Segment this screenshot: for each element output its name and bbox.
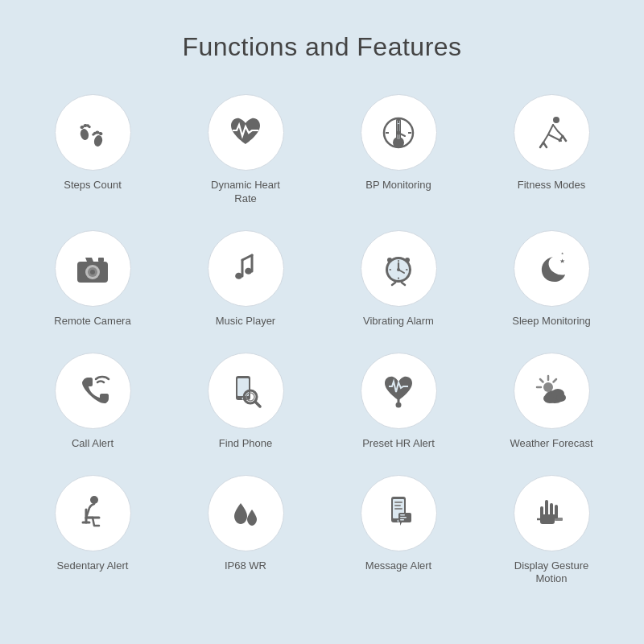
svg-point-37: [387, 258, 392, 262]
preset-hr-alert-icon: [378, 369, 419, 411]
svg-rect-51: [237, 378, 249, 396]
svg-line-64: [554, 379, 557, 382]
svg-point-21: [397, 130, 401, 134]
weather-forecast-label: Weather Forecast: [510, 437, 592, 451]
features-grid: Steps Count Dynamic Heart Rate: [16, 86, 628, 594]
ip68-wr-label: IP68 WR: [225, 559, 266, 573]
fitness-modes-label: Fitness Modes: [518, 179, 586, 192]
feature-steps-count: Steps Count: [16, 86, 169, 214]
svg-line-54: [255, 402, 260, 407]
svg-rect-31: [98, 258, 104, 262]
svg-marker-49: [561, 253, 564, 255]
vibrating-alarm-icon-circle: [361, 230, 437, 307]
vibrating-alarm-label: Vibrating Alarm: [363, 315, 434, 328]
find-phone-label: Find Phone: [219, 437, 273, 451]
fitness-modes-icon-circle: [514, 94, 590, 171]
dynamic-heart-rate-icon: [225, 112, 266, 154]
svg-line-26: [559, 136, 563, 141]
feature-preset-hr-alert: Preset HR Alert: [322, 345, 475, 459]
sleep-monitoring-label: Sleep Monitoring: [512, 315, 591, 328]
display-gesture-motion-icon-circle: [514, 475, 590, 551]
feature-ip68-wr: IP68 WR: [169, 467, 322, 595]
message-alert-icon: [378, 492, 419, 534]
feature-fitness-modes: Fitness Modes: [475, 86, 628, 214]
feature-message-alert: Message Alert: [322, 467, 475, 595]
sleep-monitoring-icon: [530, 247, 572, 289]
svg-rect-82: [400, 517, 407, 518]
sleep-monitoring-icon-circle: [514, 230, 590, 307]
sedentary-alert-icon-circle: [55, 475, 131, 551]
svg-point-0: [79, 127, 89, 140]
display-gesture-motion-label: Display Gesture Motion: [507, 559, 596, 587]
call-alert-icon: [72, 369, 114, 411]
feature-vibrating-alarm: Vibrating Alarm: [322, 222, 475, 336]
ip68-wr-icon: [225, 492, 266, 534]
svg-rect-83: [400, 519, 404, 521]
music-player-icon-circle: [208, 230, 284, 307]
svg-point-22: [553, 117, 559, 123]
bp-monitoring-icon-circle: [361, 94, 437, 171]
feature-call-alert: Call Alert: [16, 345, 169, 459]
preset-hr-alert-icon-circle: [361, 353, 437, 429]
svg-rect-76: [394, 502, 402, 503]
display-gesture-motion-icon: [530, 492, 572, 534]
svg-marker-48: [560, 259, 565, 263]
svg-point-43: [397, 268, 400, 271]
svg-rect-77: [394, 505, 401, 506]
call-alert-label: Call Alert: [72, 437, 114, 451]
svg-line-40: [402, 283, 405, 285]
find-phone-icon-circle: [208, 353, 284, 429]
svg-point-68: [556, 394, 566, 402]
remote-camera-label: Remote Camera: [54, 315, 130, 328]
fitness-modes-icon: [530, 112, 572, 154]
sedentary-alert-label: Sedentary Alert: [57, 559, 129, 573]
weather-forecast-icon: [530, 369, 572, 411]
feature-find-phone: Find Phone: [169, 345, 322, 459]
svg-line-24: [540, 142, 543, 147]
remote-camera-icon-circle: [55, 230, 131, 307]
svg-point-59: [543, 382, 553, 392]
message-alert-label: Message Alert: [365, 559, 431, 573]
feature-display-gesture-motion: Display Gesture Motion: [475, 467, 628, 595]
svg-point-38: [405, 258, 410, 262]
svg-rect-87: [545, 500, 548, 516]
ip68-wr-icon-circle: [208, 475, 284, 551]
music-player-label: Music Player: [216, 315, 275, 328]
vibrating-alarm-icon: [378, 247, 419, 289]
feature-remote-camera: Remote Camera: [16, 222, 169, 336]
svg-marker-80: [400, 522, 402, 526]
feature-dynamic-heart-rate: Dynamic Heart Rate: [169, 86, 322, 214]
dynamic-heart-rate-label: Dynamic Heart Rate: [201, 179, 290, 206]
feature-music-player: Music Player: [169, 222, 322, 336]
page-title: Functions and Features: [182, 32, 461, 62]
message-alert-icon-circle: [361, 475, 437, 551]
feature-sedentary-alert: Sedentary Alert: [16, 467, 169, 595]
svg-line-63: [540, 379, 543, 382]
find-phone-icon: [225, 369, 266, 411]
bp-monitoring-label: BP Monitoring: [365, 179, 431, 192]
svg-line-39: [392, 283, 395, 285]
svg-point-69: [90, 496, 98, 504]
steps-count-icon-circle: [55, 94, 131, 171]
steps-count-label: Steps Count: [64, 179, 122, 192]
svg-rect-88: [550, 503, 553, 516]
svg-point-30: [90, 270, 95, 275]
feature-weather-forecast: Weather Forecast: [475, 345, 628, 459]
steps-count-icon: [72, 112, 114, 154]
svg-rect-81: [400, 514, 405, 516]
preset-hr-alert-label: Preset HR Alert: [362, 437, 435, 451]
sedentary-alert-icon: [72, 492, 114, 534]
svg-rect-91: [540, 514, 558, 518]
feature-sleep-monitoring: Sleep Monitoring: [475, 222, 628, 336]
call-alert-icon-circle: [55, 353, 131, 429]
svg-rect-89: [555, 505, 558, 516]
weather-forecast-icon-circle: [514, 353, 590, 429]
svg-rect-78: [394, 508, 402, 510]
svg-line-34: [242, 255, 252, 260]
music-player-icon: [225, 247, 266, 289]
svg-point-5: [93, 134, 103, 147]
bp-monitoring-icon: [378, 112, 419, 154]
feature-bp-monitoring: BP Monitoring: [322, 86, 475, 214]
dynamic-heart-rate-icon-circle: [208, 94, 284, 171]
remote-camera-icon: [72, 247, 114, 289]
